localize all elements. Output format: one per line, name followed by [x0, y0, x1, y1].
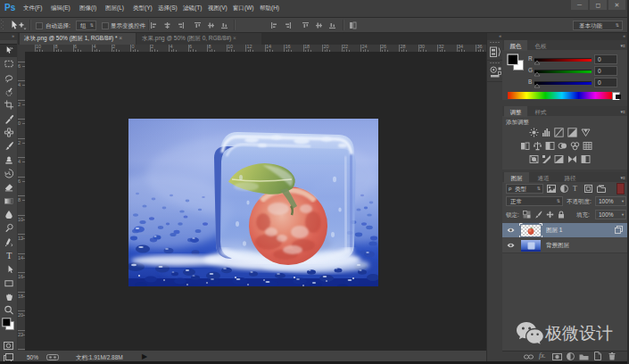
svg-text:T: T	[6, 251, 12, 261]
